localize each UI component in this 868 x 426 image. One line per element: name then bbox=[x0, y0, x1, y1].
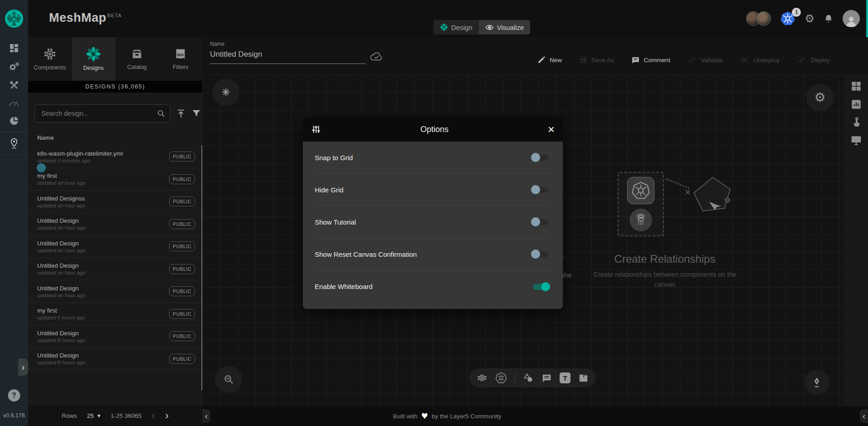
kubernetes-tool-icon[interactable] bbox=[495, 372, 507, 384]
display-monitor-icon[interactable] bbox=[850, 135, 862, 146]
shapes-tool-icon[interactable] bbox=[523, 372, 534, 383]
close-icon[interactable]: × bbox=[548, 123, 555, 135]
filter-funnel-icon[interactable] bbox=[191, 108, 201, 118]
extensions-pie-icon[interactable] bbox=[9, 115, 20, 126]
design-list-item[interactable]: Untitled Design updated an hour ago PUBL… bbox=[28, 235, 202, 258]
chart-panel-icon[interactable] bbox=[850, 98, 862, 110]
undeploy-button-label: Undeploy bbox=[754, 57, 780, 64]
design-updated: updated 8 hours ago bbox=[37, 360, 169, 365]
design-list-item[interactable]: my first updated an hour ago PUBLIC bbox=[28, 168, 202, 191]
tab-visualize[interactable]: Visualize bbox=[479, 20, 531, 34]
layouts-grid-icon[interactable] bbox=[850, 80, 862, 92]
footer-collapse-right[interactable]: ‹ bbox=[860, 409, 868, 423]
tab-design[interactable]: Design bbox=[434, 20, 479, 34]
beta-tag: BETA bbox=[107, 13, 122, 18]
tab-components[interactable]: Components bbox=[28, 37, 72, 81]
tab-catalog[interactable]: Catalog bbox=[115, 37, 159, 81]
footer-credit: Built with ♥ by the Layer5 Community bbox=[393, 411, 501, 421]
rail-meshmap-group bbox=[0, 132, 28, 155]
validate-button[interactable]: Validate bbox=[688, 55, 722, 64]
tab-filters[interactable]: WA Filters bbox=[159, 37, 202, 81]
meshmap-app: MeshMapBETA Design Visualize bbox=[0, 0, 868, 426]
design-list-item[interactable]: my first updated 6 hours ago PUBLIC bbox=[28, 303, 202, 326]
performance-gauge-icon[interactable] bbox=[8, 98, 20, 108]
settings-gear-icon[interactable]: ⚙ bbox=[805, 13, 814, 24]
design-list-item[interactable]: Untitled Design updated 8 hours ago PUBL… bbox=[28, 348, 202, 371]
help-button[interactable]: ? bbox=[8, 389, 20, 402]
comment-tool-icon[interactable] bbox=[541, 373, 552, 383]
search-input[interactable] bbox=[40, 109, 156, 118]
page-size-select[interactable]: 25▾ bbox=[87, 412, 101, 419]
prev-page-button[interactable]: ‹ bbox=[151, 410, 155, 421]
media-tool-icon[interactable] bbox=[578, 373, 589, 383]
components-tool-icon[interactable] bbox=[477, 372, 488, 383]
option-toggle[interactable] bbox=[530, 249, 551, 260]
new-button[interactable]: New bbox=[537, 55, 562, 64]
kubernetes-context-button[interactable]: 1 bbox=[780, 11, 795, 26]
import-design-icon[interactable] bbox=[176, 108, 186, 118]
design-updated: updated an hour ago bbox=[37, 203, 169, 208]
design-updated: updated an hour ago bbox=[37, 293, 169, 298]
design-list-item[interactable]: Untitled Design updated an hour ago PUBL… bbox=[28, 213, 202, 236]
deploy-button[interactable]: Deploy bbox=[797, 55, 830, 64]
options-modal-title: Options bbox=[321, 125, 548, 134]
design-list-item[interactable]: Untitled Design updated an hour ago PUBL… bbox=[28, 280, 202, 303]
option-row: Show Tutorial bbox=[315, 206, 551, 238]
canvas-settings-button[interactable]: ⚙ bbox=[806, 84, 834, 111]
design-list-item[interactable]: Untitled Design updated an hour ago PUBL… bbox=[28, 258, 202, 281]
design-name: Untitled Design bbox=[37, 240, 169, 247]
svg-text:WA: WA bbox=[177, 52, 184, 57]
components-chip-icon bbox=[43, 47, 57, 61]
visibility-badge: PUBLIC bbox=[169, 286, 195, 296]
wasm-filters-icon: WA bbox=[174, 48, 187, 60]
mode-switch: Design Visualize bbox=[434, 20, 530, 34]
zoom-button[interactable] bbox=[215, 366, 242, 393]
design-list-item[interactable]: Untitled Designss updated an hour ago PU… bbox=[28, 191, 202, 213]
search-row bbox=[28, 93, 202, 127]
tab-filters-label: Filters bbox=[173, 64, 188, 70]
dashboard-icon[interactable] bbox=[9, 43, 20, 54]
component-group-box bbox=[618, 172, 664, 236]
design-name: Untitled Design bbox=[37, 217, 169, 224]
pen-tool-button[interactable] bbox=[804, 370, 829, 395]
search-icon[interactable] bbox=[156, 109, 166, 118]
option-toggle[interactable] bbox=[530, 216, 551, 227]
next-page-button[interactable]: › bbox=[165, 410, 169, 421]
meshmap-pin-icon[interactable] bbox=[9, 137, 20, 149]
version-label: v0.6.176 bbox=[0, 412, 28, 419]
footer-collapse-left[interactable]: ‹ bbox=[202, 409, 210, 423]
tab-designs[interactable]: Designs bbox=[72, 37, 115, 81]
design-list-item[interactable]: k8s-wasm-plugin-ratelimiter.yml updated … bbox=[28, 146, 202, 168]
spawn-component-button[interactable] bbox=[212, 78, 239, 106]
visibility-badge: PUBLIC bbox=[169, 152, 195, 162]
collaborator-avatars[interactable] bbox=[746, 11, 771, 26]
design-list-item[interactable]: Untitled Design updated 8 hours ago PUBL… bbox=[28, 325, 202, 348]
magnifier-minus-icon bbox=[223, 374, 234, 385]
design-name: Untitled Design bbox=[37, 352, 169, 359]
lifecycle-gears-icon[interactable] bbox=[8, 61, 20, 72]
designs-spiral-icon bbox=[86, 47, 101, 61]
option-toggle[interactable] bbox=[530, 281, 551, 292]
search-box bbox=[34, 104, 171, 122]
panel-expander-chevron[interactable]: › bbox=[18, 358, 28, 376]
list-scrollbar[interactable] bbox=[201, 145, 203, 390]
profile-avatar[interactable] bbox=[843, 10, 860, 27]
rows-label: Rows bbox=[62, 412, 77, 419]
configuration-tools-icon[interactable] bbox=[9, 80, 20, 91]
text-tool-icon[interactable]: T bbox=[560, 372, 571, 383]
save-as-button[interactable]: Save As bbox=[579, 55, 614, 64]
options-modal-body: Snap to Grid Hide Grid Show Tutorial Sho… bbox=[303, 142, 563, 309]
dropdown-arrow-icon: ▾ bbox=[98, 412, 101, 419]
options-modal-header: Options × bbox=[303, 117, 563, 142]
comment-button[interactable]: Comment bbox=[631, 55, 671, 64]
design-name-input[interactable] bbox=[210, 47, 366, 64]
undeploy-button[interactable]: Undeploy bbox=[740, 55, 780, 64]
interaction-touch-icon[interactable] bbox=[851, 117, 862, 128]
notifications-bell-icon[interactable] bbox=[824, 14, 834, 24]
double-check-icon bbox=[797, 55, 807, 64]
option-toggle[interactable] bbox=[530, 184, 551, 195]
layer5-logo[interactable] bbox=[0, 0, 28, 37]
option-label: Show Reset Canvas Confirmation bbox=[315, 250, 417, 258]
option-toggle[interactable] bbox=[530, 152, 551, 163]
collaborator-avatar-2 bbox=[756, 11, 771, 26]
